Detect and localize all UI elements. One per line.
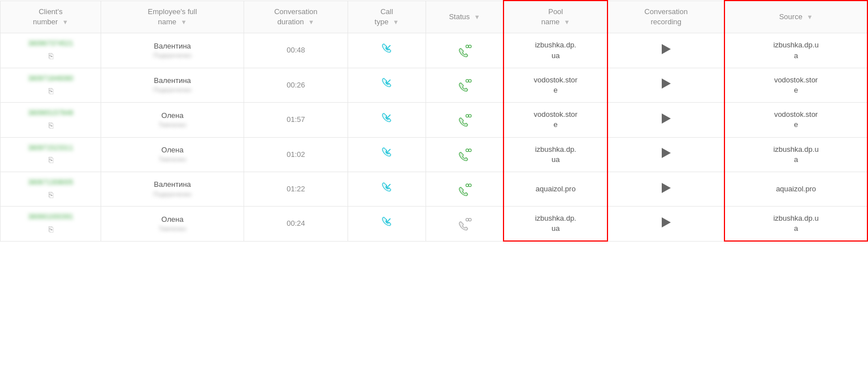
header-conversation-recording: Conversation recording: [607, 1, 724, 33]
cell-pool-name: vodostok.stor e: [504, 103, 607, 137]
duration-value: 01:02: [287, 150, 305, 159]
cell-status: [426, 137, 504, 172]
duration-value: 01:22: [287, 185, 305, 193]
cell-client-number: 380661000391 ⎘: [1, 207, 101, 241]
phone-number: 380965157848: [5, 108, 96, 118]
employee-last-name: Подернченко: [106, 190, 239, 199]
copy-icon[interactable]: ⎘: [49, 190, 53, 201]
duration-value: 00:24: [287, 219, 305, 227]
phone-number: 380971846080: [5, 74, 96, 84]
source-value: izbushka.dp.u a: [773, 214, 818, 233]
phone-number: 380671308005: [5, 178, 96, 187]
duration-value: 00:48: [287, 46, 305, 54]
cell-pool-name: vodostok.stor e: [504, 68, 607, 102]
cell-call-type: [348, 137, 426, 172]
cell-status: [426, 68, 504, 102]
cell-client-number: 380971846080 ⎘: [1, 68, 101, 102]
phone-number: 380967374521: [5, 39, 96, 49]
employee-last-name: Подернченко: [106, 51, 239, 60]
header-duration: Conversation duration ▼: [244, 1, 348, 33]
cell-call-type: [348, 33, 426, 68]
svg-point-11: [468, 218, 471, 221]
header-pool-name: Pool name ▼: [504, 1, 607, 33]
header-status: Status ▼: [426, 1, 504, 33]
copy-icon[interactable]: ⎘: [49, 120, 53, 132]
svg-point-10: [466, 218, 468, 221]
pool-name-value: izbushka.dp. ua: [535, 145, 576, 164]
cell-pool-name: izbushka.dp. ua: [504, 33, 607, 68]
cell-recording: [607, 172, 724, 206]
table-wrapper: Client's number ▼ Employee's full name ▼…: [0, 0, 868, 242]
header-client-number: Client's number ▼: [1, 1, 101, 33]
employee-first-name: Валентина: [106, 76, 239, 86]
filter-icon-poolname[interactable]: ▼: [564, 18, 570, 27]
employee-first-name: Олена: [106, 111, 239, 121]
cell-duration: 01:57: [244, 103, 348, 137]
source-value: izbushka.dp.u a: [773, 41, 818, 59]
cell-employee: Валентина Подернченко: [101, 33, 244, 68]
copy-icon[interactable]: ⎘: [49, 51, 53, 62]
filter-icon-employee[interactable]: ▼: [181, 18, 187, 27]
source-value: aquaizol.pro: [776, 185, 816, 193]
source-value: vodostok.stor e: [774, 110, 818, 129]
copy-icon[interactable]: ⎘: [49, 86, 53, 97]
table-row: 380971846080 ⎘ Валентина Подернченко 00:…: [1, 68, 868, 102]
employee-first-name: Олена: [106, 145, 239, 155]
cell-call-type: [348, 68, 426, 102]
svg-point-4: [466, 115, 468, 117]
filter-icon-client[interactable]: ▼: [62, 18, 68, 27]
cell-call-type: [348, 103, 426, 137]
cell-duration: 00:24: [244, 207, 348, 241]
cell-employee: Валентина Подернченко: [101, 172, 244, 206]
cell-client-number: 380967374521 ⎘: [1, 33, 101, 68]
play-button[interactable]: [662, 78, 671, 89]
filter-icon-calltype[interactable]: ▼: [393, 18, 399, 27]
play-button[interactable]: [662, 148, 671, 158]
filter-icon-source[interactable]: ▼: [807, 13, 813, 21]
svg-point-5: [468, 115, 471, 117]
play-button[interactable]: [662, 217, 671, 227]
copy-icon[interactable]: ⎘: [49, 155, 53, 166]
copy-icon[interactable]: ⎘: [49, 224, 53, 235]
employee-last-name: Тимченко: [106, 225, 239, 233]
svg-point-3: [468, 80, 471, 82]
cell-status: [426, 103, 504, 137]
cell-call-type: [348, 207, 426, 241]
play-button[interactable]: [662, 113, 671, 124]
table-row: 380965157848 ⎘ Олена Тимченко 01:57 vodo…: [1, 103, 868, 137]
table-row: 380661000391 ⎘ Олена Тимченко 00:24 izbu…: [1, 207, 868, 241]
phone-number: 380971523311: [5, 143, 96, 153]
pool-name-value: vodostok.stor e: [534, 76, 578, 94]
play-button[interactable]: [662, 44, 671, 54]
cell-duration: 00:48: [244, 33, 348, 68]
pool-name-value: izbushka.dp. ua: [535, 214, 576, 233]
cell-status: [426, 207, 504, 241]
cell-client-number: 380971523311 ⎘: [1, 137, 101, 172]
filter-icon-duration[interactable]: ▼: [308, 18, 314, 27]
cell-employee: Олена Тимченко: [101, 103, 244, 137]
duration-value: 00:26: [287, 81, 305, 89]
cell-duration: 01:22: [244, 172, 348, 206]
cell-pool-name: izbushka.dp. ua: [504, 207, 607, 241]
employee-last-name: Подернченко: [106, 86, 239, 94]
pool-name-value: vodostok.stor e: [534, 110, 578, 129]
employee-last-name: Тимченко: [106, 121, 239, 129]
cell-recording: [607, 103, 724, 137]
header-call-type: Call type ▼: [348, 1, 426, 33]
svg-point-7: [468, 149, 471, 152]
cell-status: [426, 172, 504, 206]
filter-icon-status[interactable]: ▼: [474, 13, 480, 21]
svg-point-0: [466, 45, 468, 48]
source-value: vodostok.stor e: [774, 76, 818, 94]
cell-employee: Валентина Подернченко: [101, 68, 244, 102]
cell-recording: [607, 207, 724, 241]
header-source: Source ▼: [724, 1, 867, 33]
cell-source: izbushka.dp.u a: [724, 207, 867, 241]
play-button[interactable]: [662, 183, 671, 193]
cell-employee: Олена Тимченко: [101, 137, 244, 172]
cell-recording: [607, 68, 724, 102]
source-value: izbushka.dp.u a: [773, 145, 818, 164]
calls-table: Client's number ▼ Employee's full name ▼…: [0, 0, 868, 242]
svg-point-2: [466, 80, 468, 82]
employee-first-name: Валентина: [106, 179, 239, 190]
